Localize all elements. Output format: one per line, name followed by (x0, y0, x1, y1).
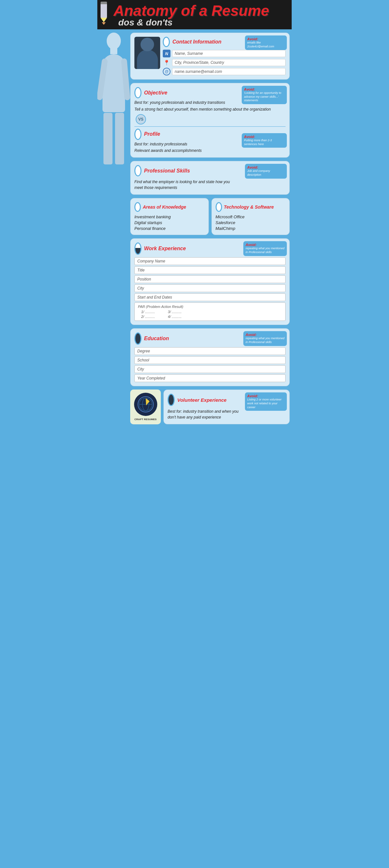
pencil-icon (101, 2, 107, 25)
areas-item-1: Investment banking (134, 214, 205, 219)
content-col: Contact Information Avoid: emails like 2… (130, 33, 290, 424)
education-section: Education Avoid: repeating what you ment… (130, 328, 290, 386)
oval-work (134, 243, 141, 255)
avoid-box-objective: Avoid: 'Looking for an opportunity to ad… (242, 86, 287, 104)
header: Anatomy of a Resume dos & don'ts (97, 0, 292, 29)
volunteer-tip: Best for: industry transition and when y… (168, 408, 240, 420)
avoid-text-obj: 'Looking for an opportunity to advance m… (244, 91, 285, 102)
email-icon: @ (163, 68, 170, 75)
tech-title: Technology & Software (224, 205, 274, 210)
bottom-row: CRAFT RESUMES Volunteer Experience Avoid… (130, 390, 290, 424)
par-item-3: 3/ .......... (168, 310, 182, 314)
avoid-text-prof: Putting more than 2-3 sentences here (244, 138, 285, 146)
skills-tip: Find what the employer is looking for an… (134, 179, 239, 191)
work-section: Work Experience Avoid: repeating what yo… (130, 238, 290, 325)
volunteer-section: Volunteer Experience Avoid: Listing 2 or… (163, 390, 290, 424)
professional-skills-section: Professional Skills Avoid: Job and compa… (130, 161, 290, 195)
email-field[interactable]: name.surname@email.com (172, 68, 286, 75)
par-item-1: 1/ .......... (141, 310, 155, 314)
volunteer-title: Volunteer Experience (177, 397, 227, 403)
work-field-dates[interactable]: Start and End Dates (134, 293, 286, 301)
avoid-box-skills: Avoid: Job and company description (245, 164, 287, 178)
logo-box: CRAFT RESUMES (130, 390, 161, 424)
objective-profile-section: Objective Avoid: 'Looking for an opportu… (130, 83, 290, 158)
avoid-box-work: Avoid: repeating what you mentioned in P… (243, 241, 287, 256)
work-title: Work Experience (144, 246, 186, 251)
areas-item-2: Digital startups (134, 220, 205, 225)
work-field-title[interactable]: Title (134, 266, 286, 274)
photo-box (134, 37, 160, 69)
contact-section: Contact Information Avoid: emails like 2… (130, 33, 290, 80)
tech-item-1: Microsoft Office (216, 214, 286, 219)
profile-tip: Relevant awards and accomplishments (134, 148, 286, 153)
edu-field-city[interactable]: City (134, 365, 286, 373)
edu-field-year[interactable]: Year Completed (134, 374, 286, 382)
silhouette-col (99, 33, 128, 424)
par-item-4: 4/ .......... (168, 315, 182, 318)
areas-section: Areas of Knowledge Investment banking Di… (130, 198, 209, 235)
contact-title: Contact Information (172, 39, 221, 45)
name-field[interactable]: Name, Surname (172, 50, 286, 57)
objective-tip: Tell a strong fact about yourself, then … (134, 107, 286, 112)
par-item-2: 2/ .......... (141, 315, 155, 318)
avoid-box-vol: Avoid: Listing 2 or more volunteer work … (245, 393, 287, 411)
edu-field-degree[interactable]: Degree (134, 347, 286, 355)
avoid-text-edu: repeating what you mentioned in Professi… (246, 337, 285, 344)
body-silhouette (102, 33, 126, 424)
education-title: Education (144, 336, 169, 341)
avoid-text-skills: Job and company description (247, 169, 285, 177)
name-icon: N (163, 50, 170, 57)
par-box: PAR (Problem Action Result) 1/ .........… (134, 303, 286, 321)
par-title: PAR (Problem Action Result) (138, 305, 282, 309)
areas-title: Areas of Knowledge (143, 205, 186, 210)
profile-bestfor: Best for: industry professionals (134, 142, 236, 147)
tech-section: Technology & Software Microsoft Office S… (212, 198, 290, 235)
objective-bestfor: Best for: young professionals and indust… (134, 100, 236, 105)
name-field-row: N Name, Surname (163, 50, 286, 57)
two-col-row: Areas of Knowledge Investment banking Di… (130, 198, 290, 235)
vs-badge: VS (136, 114, 146, 124)
avoid-box-contact: Avoid: emails like 2cute4U@email.com (245, 35, 287, 50)
avoid-label-work: Avoid: (246, 243, 285, 247)
skills-title: Professional Skills (144, 168, 190, 174)
areas-item-3: Personal finance (134, 226, 205, 231)
tech-item-3: MailChimp (216, 226, 286, 231)
work-field-company[interactable]: Company Name (134, 257, 286, 265)
avoid-label-vol: Avoid: (247, 394, 285, 398)
edu-field-school[interactable]: School (134, 356, 286, 364)
objective-title: Objective (144, 90, 167, 96)
tech-item-2: Salesforce (216, 220, 286, 225)
avoid-box-profile: Avoid: Putting more than 2-3 sentences h… (242, 133, 287, 148)
avoid-label-obj: Avoid: (244, 87, 285, 91)
avoid-text-contact: emails like 2cute4U@email.com (247, 41, 285, 49)
email-field-row: @ name.surname@email.com (163, 68, 286, 75)
oval-areas (134, 202, 141, 212)
avoid-label-prof: Avoid: (244, 135, 285, 138)
avoid-label-edu: Avoid: (246, 333, 285, 337)
rocket-icon (138, 396, 154, 412)
location-icon: 📍 (163, 59, 170, 66)
work-field-city[interactable]: City (134, 284, 286, 292)
work-field-position[interactable]: Position (134, 275, 286, 283)
oval-contact (163, 37, 170, 47)
oval-skills (134, 165, 141, 176)
location-field-row: 📍 City, Province/State, Country (163, 59, 286, 66)
logo-circle (134, 393, 157, 416)
main-title: Anatomy of a Resume (114, 3, 287, 18)
avoid-text-vol: Listing 2 or more volunteer work not rel… (247, 398, 285, 409)
oval-tech (216, 202, 222, 212)
divider (134, 126, 286, 127)
oval-objective (134, 87, 141, 98)
oval-profile (134, 129, 141, 140)
avoid-label-skills: Avoid: (247, 165, 285, 169)
oval-volunteer (168, 394, 175, 406)
avoid-text-work: repeating what you mentioned in Professi… (246, 247, 285, 254)
oval-education (134, 333, 141, 345)
logo-text: CRAFT RESUMES (134, 418, 157, 421)
avoid-box-edu: Avoid: repeating what you mentioned in P… (243, 331, 287, 346)
location-field[interactable]: City, Province/State, Country (172, 59, 286, 66)
avoid-label-contact: Avoid: (247, 37, 285, 41)
